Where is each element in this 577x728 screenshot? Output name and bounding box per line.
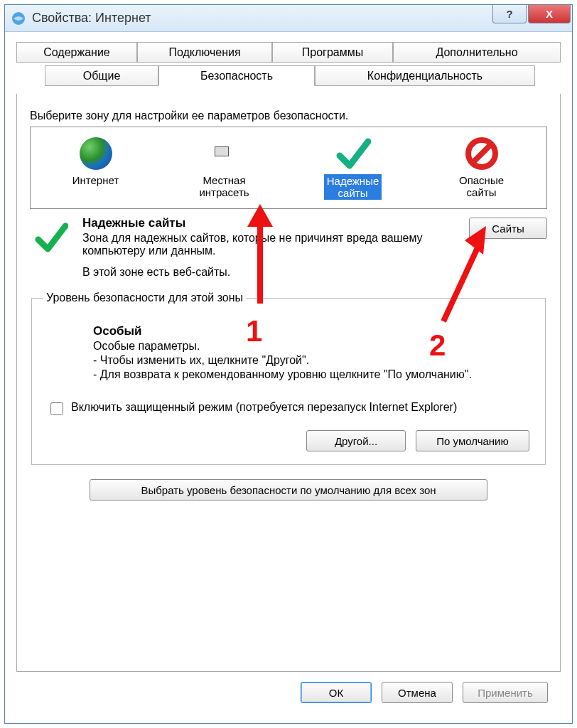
tab-content[interactable]: Содержание xyxy=(16,42,137,63)
close-button[interactable]: X xyxy=(528,5,571,23)
reset-all-zones-button[interactable]: Выбрать уровень безопасности по умолчани… xyxy=(90,479,487,500)
security-level-legend: Уровень безопасности для этой зоны xyxy=(43,291,246,304)
tabs: Содержание Подключения Программы Дополни… xyxy=(16,42,561,95)
dialog-window: Свойства: Интернет ? X Содержание Подклю… xyxy=(4,4,573,724)
monitor-icon xyxy=(215,146,229,156)
custom-level-button[interactable]: Другой... xyxy=(306,430,406,451)
security-level-line: - Чтобы изменить их, щелкните "Другой". xyxy=(93,354,534,367)
apply-button[interactable]: Применить xyxy=(463,682,548,703)
cancel-button[interactable]: Отмена xyxy=(382,682,453,703)
protected-mode-label[interactable]: Включить защищенный режим (потребуется п… xyxy=(71,401,457,414)
tab-privacy[interactable]: Конфиденциальность xyxy=(315,65,535,86)
zone-list[interactable]: Интернет Местнаяинтрасеть Надежныесайты xyxy=(30,127,547,209)
title-bar[interactable]: Свойства: Интернет ? X xyxy=(5,5,572,32)
security-level-title: Особый xyxy=(93,324,534,338)
globe-icon xyxy=(80,137,112,170)
default-level-button[interactable]: По умолчанию xyxy=(416,430,529,451)
app-icon xyxy=(11,11,26,26)
sites-button[interactable]: Сайты xyxy=(469,218,547,239)
dialog-footer: ОК Отмена Применить xyxy=(16,672,561,713)
no-entry-icon xyxy=(465,137,498,170)
zone-desc-footer: В этой зоне есть веб-сайты. xyxy=(82,266,445,279)
zone-desc-body: Зона для надежных сайтов, которые не при… xyxy=(82,232,445,257)
tab-general[interactable]: Общие xyxy=(45,65,158,86)
checkmark-icon xyxy=(34,220,68,255)
help-button[interactable]: ? xyxy=(492,5,527,23)
security-level-line: Особые параметры. xyxy=(93,340,534,353)
window-title: Свойства: Интернет xyxy=(32,11,492,26)
checkmark-icon xyxy=(335,136,371,171)
security-level-group: Уровень безопасности для этой зоны Особы… xyxy=(31,291,546,465)
zone-intranet[interactable]: Местнаяинтрасеть xyxy=(162,132,286,204)
tab-advanced[interactable]: Дополнительно xyxy=(393,42,561,63)
protected-mode-checkbox[interactable] xyxy=(50,402,63,415)
tab-programs[interactable]: Программы xyxy=(272,42,393,63)
zone-internet[interactable]: Интернет xyxy=(33,132,158,204)
zone-select-label: Выберите зону для настройки ее параметро… xyxy=(30,109,547,122)
tab-panel-security: Выберите зону для настройки ее параметро… xyxy=(16,94,561,672)
security-level-line: - Для возврата к рекомендованному уровню… xyxy=(93,368,534,381)
zone-desc-title: Надежные сайты xyxy=(82,216,445,230)
zone-restricted[interactable]: Опасныесайты xyxy=(419,132,544,204)
tab-security[interactable]: Безопасность xyxy=(158,65,315,86)
tab-connections[interactable]: Подключения xyxy=(137,42,272,63)
ok-button[interactable]: ОК xyxy=(301,682,372,703)
zone-trusted[interactable]: Надежныесайты xyxy=(291,132,415,204)
